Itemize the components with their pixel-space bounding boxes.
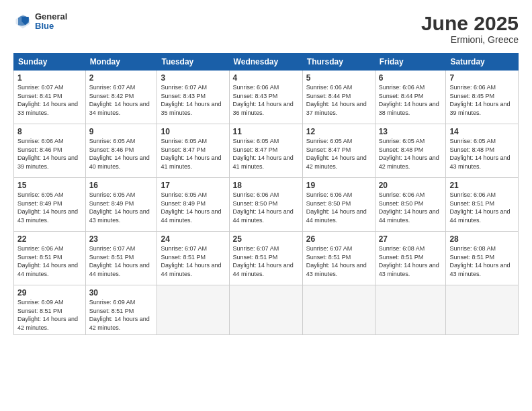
calendar-day-cell: 2 Sunrise: 6:07 AMSunset: 8:42 PMDayligh… bbox=[85, 71, 157, 124]
day-number: 2 bbox=[89, 73, 154, 83]
calendar-day-cell: 28 Sunrise: 6:08 AMSunset: 8:51 PMDaylig… bbox=[446, 232, 519, 285]
day-info: Sunrise: 6:05 AMSunset: 8:48 PMDaylight:… bbox=[449, 137, 515, 171]
day-info: Sunrise: 6:06 AMSunset: 8:46 PMDaylight:… bbox=[17, 137, 82, 171]
day-number: 10 bbox=[161, 127, 225, 136]
day-number: 9 bbox=[89, 127, 154, 136]
day-number: 27 bbox=[379, 234, 443, 244]
logo-text: General Blue bbox=[35, 12, 67, 32]
calendar-day-cell: 26 Sunrise: 6:07 AMSunset: 8:51 PMDaylig… bbox=[302, 232, 375, 285]
header: General Blue June 2025 Ermioni, Greece bbox=[13, 12, 519, 45]
day-info: Sunrise: 6:06 AMSunset: 8:51 PMDaylight:… bbox=[449, 191, 515, 224]
day-info: Sunrise: 6:07 AMSunset: 8:51 PMDaylight:… bbox=[233, 244, 299, 278]
day-number: 28 bbox=[449, 234, 515, 244]
calendar-day-cell: 9 Sunrise: 6:05 AMSunset: 8:46 PMDayligh… bbox=[85, 124, 157, 178]
calendar-day-cell: 4 Sunrise: 6:06 AMSunset: 8:43 PMDayligh… bbox=[229, 71, 302, 124]
day-info: Sunrise: 6:06 AMSunset: 8:50 PMDaylight:… bbox=[233, 191, 299, 224]
day-info: Sunrise: 6:06 AMSunset: 8:44 PMDaylight:… bbox=[306, 83, 371, 117]
calendar-week-row: 1 Sunrise: 6:07 AMSunset: 8:41 PMDayligh… bbox=[14, 71, 519, 124]
calendar-day-cell: 29 Sunrise: 6:09 AMSunset: 8:51 PMDaylig… bbox=[14, 285, 86, 335]
day-info: Sunrise: 6:06 AMSunset: 8:51 PMDaylight:… bbox=[17, 244, 82, 278]
logo-icon bbox=[13, 12, 32, 31]
page: General Blue June 2025 Ermioni, Greece S… bbox=[0, 0, 532, 411]
calendar-day-cell: 7 Sunrise: 6:06 AMSunset: 8:45 PMDayligh… bbox=[446, 71, 519, 124]
day-number: 5 bbox=[306, 73, 371, 83]
calendar-day-cell: 16 Sunrise: 6:05 AMSunset: 8:49 PMDaylig… bbox=[85, 178, 157, 232]
day-number: 3 bbox=[161, 73, 225, 83]
calendar-day-cell: 6 Sunrise: 6:06 AMSunset: 8:44 PMDayligh… bbox=[375, 71, 446, 124]
day-number: 30 bbox=[89, 288, 154, 298]
day-number: 25 bbox=[233, 234, 299, 244]
calendar-day-cell: 18 Sunrise: 6:06 AMSunset: 8:50 PMDaylig… bbox=[229, 178, 302, 232]
calendar-week-row: 15 Sunrise: 6:05 AMSunset: 8:49 PMDaylig… bbox=[14, 178, 519, 232]
calendar-day-cell: 22 Sunrise: 6:06 AMSunset: 8:51 PMDaylig… bbox=[14, 232, 86, 285]
day-info: Sunrise: 6:08 AMSunset: 8:51 PMDaylight:… bbox=[379, 244, 443, 278]
day-info: Sunrise: 6:05 AMSunset: 8:49 PMDaylight:… bbox=[89, 191, 154, 224]
day-number: 4 bbox=[233, 73, 299, 83]
day-number: 15 bbox=[17, 181, 82, 190]
calendar-week-row: 8 Sunrise: 6:06 AMSunset: 8:46 PMDayligh… bbox=[14, 124, 519, 178]
calendar-day-cell: 11 Sunrise: 6:05 AMSunset: 8:47 PMDaylig… bbox=[229, 124, 302, 178]
day-number: 20 bbox=[379, 181, 443, 190]
day-info: Sunrise: 6:05 AMSunset: 8:49 PMDaylight:… bbox=[17, 191, 82, 224]
calendar-header-row: Sunday Monday Tuesday Wednesday Thursday… bbox=[14, 54, 519, 71]
col-saturday: Saturday bbox=[446, 54, 519, 71]
day-info: Sunrise: 6:07 AMSunset: 8:42 PMDaylight:… bbox=[89, 83, 154, 117]
calendar-day-cell: 3 Sunrise: 6:07 AMSunset: 8:43 PMDayligh… bbox=[157, 71, 229, 124]
col-tuesday: Tuesday bbox=[157, 54, 229, 71]
day-number: 22 bbox=[17, 234, 82, 244]
title-block: June 2025 Ermioni, Greece bbox=[421, 12, 519, 45]
calendar-day-cell: 19 Sunrise: 6:06 AMSunset: 8:50 PMDaylig… bbox=[302, 178, 375, 232]
logo-general-text: General bbox=[35, 12, 67, 21]
day-info: Sunrise: 6:05 AMSunset: 8:48 PMDaylight:… bbox=[379, 137, 443, 171]
day-info: Sunrise: 6:09 AMSunset: 8:51 PMDaylight:… bbox=[89, 298, 154, 332]
calendar-day-cell: 23 Sunrise: 6:07 AMSunset: 8:51 PMDaylig… bbox=[85, 232, 157, 285]
calendar-day-cell: 10 Sunrise: 6:05 AMSunset: 8:47 PMDaylig… bbox=[157, 124, 229, 178]
calendar-day-cell: 15 Sunrise: 6:05 AMSunset: 8:49 PMDaylig… bbox=[14, 178, 86, 232]
calendar-day-cell: 1 Sunrise: 6:07 AMSunset: 8:41 PMDayligh… bbox=[14, 71, 86, 124]
day-number: 11 bbox=[233, 127, 299, 136]
day-info: Sunrise: 6:07 AMSunset: 8:41 PMDaylight:… bbox=[17, 83, 82, 117]
day-info: Sunrise: 6:07 AMSunset: 8:51 PMDaylight:… bbox=[306, 244, 371, 278]
calendar-day-cell: 17 Sunrise: 6:05 AMSunset: 8:49 PMDaylig… bbox=[157, 178, 229, 232]
day-number: 6 bbox=[379, 73, 443, 83]
calendar-day-cell bbox=[375, 285, 446, 335]
col-monday: Monday bbox=[85, 54, 157, 71]
calendar-day-cell: 21 Sunrise: 6:06 AMSunset: 8:51 PMDaylig… bbox=[446, 178, 519, 232]
calendar-week-row: 22 Sunrise: 6:06 AMSunset: 8:51 PMDaylig… bbox=[14, 232, 519, 285]
calendar-subtitle: Ermioni, Greece bbox=[421, 34, 519, 45]
day-info: Sunrise: 6:06 AMSunset: 8:44 PMDaylight:… bbox=[379, 83, 443, 117]
day-number: 26 bbox=[306, 234, 371, 244]
calendar-day-cell: 13 Sunrise: 6:05 AMSunset: 8:48 PMDaylig… bbox=[375, 124, 446, 178]
day-info: Sunrise: 6:07 AMSunset: 8:51 PMDaylight:… bbox=[89, 244, 154, 278]
day-info: Sunrise: 6:07 AMSunset: 8:43 PMDaylight:… bbox=[161, 83, 225, 117]
day-number: 1 bbox=[17, 73, 82, 83]
calendar-day-cell: 27 Sunrise: 6:08 AMSunset: 8:51 PMDaylig… bbox=[375, 232, 446, 285]
logo: General Blue bbox=[13, 12, 67, 32]
day-number: 16 bbox=[89, 181, 154, 190]
calendar-day-cell: 12 Sunrise: 6:05 AMSunset: 8:47 PMDaylig… bbox=[302, 124, 375, 178]
calendar-day-cell bbox=[157, 285, 229, 335]
day-number: 19 bbox=[306, 181, 371, 190]
calendar-day-cell: 24 Sunrise: 6:07 AMSunset: 8:51 PMDaylig… bbox=[157, 232, 229, 285]
calendar-day-cell: 20 Sunrise: 6:06 AMSunset: 8:50 PMDaylig… bbox=[375, 178, 446, 232]
col-sunday: Sunday bbox=[14, 54, 86, 71]
day-number: 23 bbox=[89, 234, 154, 244]
col-wednesday: Wednesday bbox=[229, 54, 302, 71]
calendar-title: June 2025 bbox=[421, 12, 519, 34]
col-friday: Friday bbox=[375, 54, 446, 71]
calendar-day-cell: 14 Sunrise: 6:05 AMSunset: 8:48 PMDaylig… bbox=[446, 124, 519, 178]
calendar-week-row: 29 Sunrise: 6:09 AMSunset: 8:51 PMDaylig… bbox=[14, 285, 519, 335]
calendar-day-cell bbox=[302, 285, 375, 335]
calendar-day-cell bbox=[446, 285, 519, 335]
day-info: Sunrise: 6:05 AMSunset: 8:47 PMDaylight:… bbox=[161, 137, 225, 171]
day-info: Sunrise: 6:06 AMSunset: 8:43 PMDaylight:… bbox=[233, 83, 299, 117]
day-info: Sunrise: 6:05 AMSunset: 8:46 PMDaylight:… bbox=[89, 137, 154, 171]
day-number: 7 bbox=[449, 73, 515, 83]
day-number: 24 bbox=[161, 234, 225, 244]
day-number: 12 bbox=[306, 127, 371, 136]
calendar-day-cell: 8 Sunrise: 6:06 AMSunset: 8:46 PMDayligh… bbox=[14, 124, 86, 178]
day-number: 29 bbox=[17, 288, 82, 298]
day-number: 18 bbox=[233, 181, 299, 190]
day-info: Sunrise: 6:05 AMSunset: 8:47 PMDaylight:… bbox=[233, 137, 299, 171]
day-number: 21 bbox=[449, 181, 515, 190]
